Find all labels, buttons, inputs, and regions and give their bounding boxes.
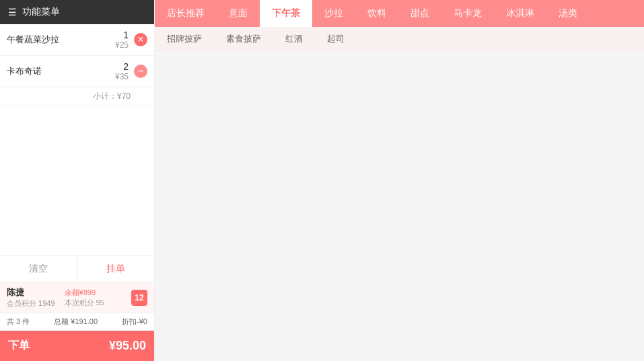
right-panel: 店长推荐意面下午茶沙拉饮料甜点马卡龙冰淇淋汤类 招牌披萨素食披萨红酒起司 (155, 0, 644, 361)
place-order-button[interactable]: 下单 ¥95.00 (0, 331, 154, 361)
order-total: 总额 ¥191.00 (54, 317, 98, 327)
member-details: 陈捷 会员积分 1949 余额¥899 本次积分 95 (7, 286, 104, 309)
sub-nav-item[interactable]: 招牌披萨 (155, 27, 214, 50)
cart-item-name: 卡布奇诺 (7, 65, 115, 77)
cart-item-price: ¥25 (115, 40, 129, 50)
member-text: 陈捷 会员积分 1949 (7, 286, 55, 309)
cart-item: 卡布奇诺 2 ¥35 − (0, 56, 154, 87)
top-nav-item[interactable]: 冰淇淋 (494, 0, 546, 27)
cart-actions: 清空 挂单 (0, 255, 154, 282)
member-badge: 12 (131, 290, 147, 306)
cart-item-price: ¥35 (115, 72, 129, 81)
member-points-label: 会员积分 1949 (7, 298, 55, 309)
left-header: ☰ 功能菜单 (0, 0, 154, 24)
order-count: 共 3 件 (7, 317, 30, 327)
top-nav-item[interactable]: 汤类 (546, 0, 589, 27)
sub-nav-item[interactable]: 红酒 (273, 27, 315, 50)
clear-cart-button[interactable]: 清空 (0, 256, 77, 282)
left-panel-title: 功能菜单 (22, 6, 60, 18)
cart-item-name: 午餐蔬菜沙拉 (7, 34, 115, 46)
member-balance-value: 余额¥899 (65, 288, 104, 298)
order-button-price: ¥95.00 (109, 339, 146, 353)
hold-order-button[interactable]: 挂单 (77, 256, 154, 282)
top-nav-item[interactable]: 店长推荐 (155, 0, 217, 27)
left-panel: ☰ 功能菜单 午餐蔬菜沙拉 1 ¥25 × 卡布奇诺 2 ¥35 − 小计：¥7… (0, 0, 155, 361)
top-nav-item[interactable]: 下午茶 (260, 0, 312, 27)
top-nav-item[interactable]: 马卡龙 (441, 0, 494, 27)
order-button-label: 下单 (8, 339, 30, 353)
member-balance: 余额¥899 本次积分 95 (65, 288, 104, 308)
member-session-points: 本次积分 95 (65, 298, 104, 308)
member-name: 陈捷 (7, 286, 55, 298)
cart-item: 午餐蔬菜沙拉 1 ¥25 × (0, 24, 154, 56)
menu-grid (155, 51, 644, 361)
cart-items-list: 午餐蔬菜沙拉 1 ¥25 × 卡布奇诺 2 ¥35 − 小计：¥70 (0, 24, 154, 255)
top-nav-item[interactable]: 甜点 (398, 0, 441, 27)
decrease-item-button[interactable]: − (134, 65, 147, 78)
order-discount: 折扣-¥0 (122, 317, 147, 327)
cart-item-details: 1 ¥25 (115, 30, 129, 50)
sub-nav-item[interactable]: 素食披萨 (214, 27, 273, 50)
cart-item-quantity: 2 (123, 61, 129, 72)
order-summary: 共 3 件 总额 ¥191.00 折扣-¥0 (0, 313, 154, 331)
cart-item-details: 2 ¥35 (115, 61, 129, 81)
sub-nav-item[interactable]: 起司 (315, 27, 357, 50)
top-nav-item[interactable]: 饮料 (355, 0, 398, 27)
menu-icon: ☰ (8, 7, 17, 17)
top-nav-item[interactable]: 意面 (217, 0, 260, 27)
remove-item-button[interactable]: × (134, 33, 147, 46)
top-nav-item[interactable]: 沙拉 (312, 0, 355, 27)
sub-navigation: 招牌披萨素食披萨红酒起司 (155, 27, 644, 51)
member-info: 陈捷 会员积分 1949 余额¥899 本次积分 95 12 (0, 282, 154, 313)
top-navigation: 店长推荐意面下午茶沙拉饮料甜点马卡龙冰淇淋汤类 (155, 0, 644, 27)
cart-subtotal: 小计：¥70 (0, 87, 154, 106)
cart-item-quantity: 1 (123, 30, 129, 40)
